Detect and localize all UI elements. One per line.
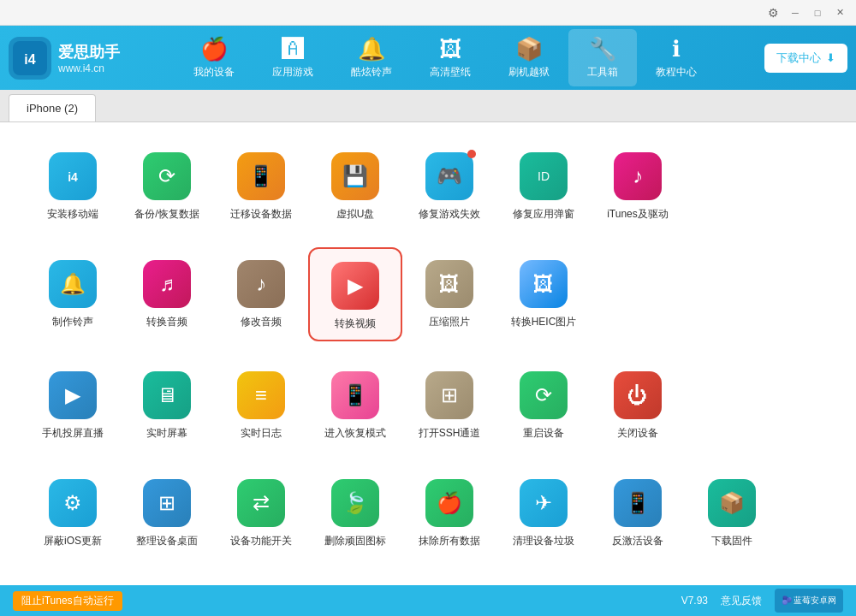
- tool-item-make-ringtone[interactable]: 🔔制作铃声: [26, 247, 120, 341]
- tool-label-edit-audio: 修改音频: [241, 315, 282, 329]
- tool-icon-download-firmware: 📦: [708, 479, 756, 527]
- tool-item-fix-popup[interactable]: ID修复应用弹窗: [496, 139, 591, 230]
- tool-icon-migrate: 📱: [237, 152, 285, 200]
- tool-item-erase-data[interactable]: 🍎抹除所有数据: [402, 466, 496, 557]
- tool-item-convert-heic[interactable]: 🖼转换HEIC图片: [496, 247, 591, 341]
- app-url: www.i4.cn: [58, 62, 120, 74]
- minimize-button[interactable]: ─: [786, 3, 805, 22]
- tool-icon-deactivate: 📱: [614, 479, 662, 527]
- maximize-button[interactable]: □: [808, 3, 827, 22]
- tools-row-0: i4安装移动端⟳备份/恢复数据📱迁移设备数据💾虚拟U盘🎮修复游戏失效ID修复应用…: [26, 139, 830, 230]
- footer-right: V7.93 意见反馈 🫐 蓝莓安卓网: [681, 589, 843, 613]
- titlebar-settings: ⚙: [768, 6, 779, 20]
- main-content: i4安装移动端⟳备份/恢复数据📱迁移设备数据💾虚拟U盘🎮修复游戏失效ID修复应用…: [0, 122, 856, 585]
- tool-icon-itunes-driver: ♪: [614, 152, 662, 200]
- stop-itunes-button[interactable]: 阻止iTunes自动运行: [13, 591, 122, 611]
- nav-tab-toolbox[interactable]: 🔧工具箱: [568, 29, 637, 86]
- device-tabbar: iPhone (2): [0, 90, 856, 122]
- tool-label-convert-video: 转换视频: [335, 317, 376, 331]
- tool-item-shutdown-device[interactable]: ⏻关闭设备: [591, 358, 685, 449]
- blueberry-logo: 🫐 蓝莓安卓网: [775, 589, 843, 613]
- tool-icon-device-functions: ⇄: [237, 479, 285, 527]
- tool-label-backup-restore: 备份/恢复数据: [134, 207, 199, 222]
- download-center-button[interactable]: 下载中心 ⬇: [764, 44, 847, 73]
- tool-item-recovery-mode[interactable]: 📱进入恢复模式: [308, 358, 402, 449]
- tool-label-make-ringtone: 制作铃声: [52, 315, 93, 329]
- tool-item-convert-video[interactable]: ▶转换视频: [308, 247, 402, 341]
- close-button[interactable]: ✕: [830, 3, 849, 22]
- tool-icon-edit-audio: ♪: [237, 260, 285, 308]
- tool-icon-convert-audio: ♬: [143, 260, 191, 308]
- tool-item-install-app[interactable]: i4安装移动端: [26, 139, 120, 230]
- titlebar: ⚙ ─ □ ✕: [0, 0, 856, 26]
- tool-item-migrate[interactable]: 📱迁移设备数据: [214, 139, 308, 230]
- tool-item-fix-game[interactable]: 🎮修复游戏失效: [402, 139, 496, 230]
- tool-item-access-limit[interactable]: 🔑访问限制: [26, 574, 120, 585]
- tool-item-clean-junk[interactable]: ✈清理设备垃圾: [496, 466, 591, 557]
- tool-item-block-ios-update[interactable]: ⚙屏蔽iOS更新: [26, 466, 120, 557]
- tool-item-edit-audio[interactable]: ♪修改音频: [214, 247, 308, 341]
- tool-item-manage-desktop[interactable]: ⊞整理设备桌面: [120, 466, 214, 557]
- tool-item-itunes-driver[interactable]: ♪iTunes及驱动: [591, 139, 685, 230]
- tool-item-screen-stream[interactable]: ▶手机投屏直播: [26, 358, 120, 449]
- tool-icon-delete-stubborn: 🍃: [331, 479, 379, 527]
- tool-item-convert-audio[interactable]: ♬转换音频: [120, 247, 214, 341]
- tool-item-open-ssh[interactable]: ⊞打开SSH通道: [402, 358, 496, 449]
- wallpaper-icon: 🖼: [439, 36, 461, 62]
- my-device-label: 我的设备: [193, 65, 235, 80]
- nav-tab-my-device[interactable]: 🍎我的设备: [175, 29, 253, 86]
- tool-icon-make-ringtone: 🔔: [49, 260, 97, 308]
- tool-label-device-functions: 设备功能开关: [230, 534, 292, 548]
- tool-item-restart-device[interactable]: ⟳重启设备: [496, 358, 591, 449]
- tool-item-virtual-udisk[interactable]: 💾虚拟U盘: [308, 139, 402, 230]
- app-game-icon: 🅰: [282, 36, 304, 62]
- svg-text:i4: i4: [24, 52, 35, 67]
- logo-area: i4 爱思助手 www.i4.cn: [9, 37, 146, 80]
- blueberry-logo-text: 🫐 蓝莓安卓网: [782, 595, 837, 607]
- tool-item-backup-restore[interactable]: ⟳备份/恢复数据: [120, 139, 214, 230]
- nav-tab-wallpaper[interactable]: 🖼高清壁纸: [411, 29, 490, 86]
- tool-item-compress-photo[interactable]: 🖼压缩照片: [402, 247, 496, 341]
- iphone-device-tab[interactable]: iPhone (2): [9, 94, 96, 121]
- tools-row-3: ⚙屏蔽iOS更新⊞整理设备桌面⇄设备功能开关🍃删除顽固图标🍎抹除所有数据✈清理设…: [26, 466, 830, 557]
- toolbox-icon: 🔧: [589, 36, 616, 62]
- tool-item-realtime-log[interactable]: ≡实时日志: [214, 358, 308, 449]
- tool-item-download-firmware[interactable]: 📦下载固件: [685, 466, 779, 557]
- logo-text: 爱思助手 www.i4.cn: [58, 42, 120, 74]
- tools-row-1: 🔔制作铃声♬转换音频♪修改音频▶转换视频🖼压缩照片🖼转换HEIC图片: [26, 247, 830, 341]
- tool-item-device-functions[interactable]: ⇄设备功能开关: [214, 466, 308, 557]
- jailbreak-icon: 📦: [515, 36, 543, 62]
- tool-label-clean-junk: 清理设备垃圾: [513, 534, 574, 548]
- tool-label-restart-device: 重启设备: [523, 426, 564, 441]
- tool-item-deactivate[interactable]: 📱反激活设备: [591, 466, 685, 557]
- tool-icon-realtime-screen: 🖥: [143, 371, 191, 419]
- wallpaper-label: 高清壁纸: [430, 65, 471, 80]
- tool-label-shutdown-device: 关闭设备: [617, 426, 658, 441]
- header: i4 爱思助手 www.i4.cn 🍎我的设备🅰应用游戏🔔酷炫铃声🖼高清壁纸📦刷…: [0, 26, 856, 90]
- nav-tab-jailbreak[interactable]: 📦刷机越狱: [490, 29, 568, 86]
- svg-text:i4: i4: [68, 170, 78, 184]
- app-name: 爱思助手: [58, 42, 120, 62]
- nav-tab-app-game[interactable]: 🅰应用游戏: [253, 29, 332, 86]
- tool-label-compress-photo: 压缩照片: [429, 315, 470, 329]
- tool-label-install-app: 安装移动端: [47, 207, 98, 222]
- tool-label-virtual-udisk: 虚拟U盘: [336, 207, 375, 222]
- tools-row-4: 🔑访问限制: [26, 574, 830, 585]
- tool-label-download-firmware: 下载固件: [711, 534, 752, 548]
- tool-icon-backup-restore: ⟳: [143, 152, 191, 200]
- nav-tab-ringtone[interactable]: 🔔酷炫铃声: [332, 29, 411, 86]
- download-label: 下载中心: [776, 50, 821, 66]
- tool-label-convert-audio: 转换音频: [146, 315, 187, 329]
- tool-label-convert-heic: 转换HEIC图片: [511, 315, 577, 329]
- tool-item-realtime-screen[interactable]: 🖥实时屏幕: [120, 358, 214, 449]
- nav-tab-tutorial[interactable]: ℹ教程中心: [637, 29, 716, 86]
- feedback-link[interactable]: 意见反馈: [721, 594, 762, 608]
- footer: 阻止iTunes自动运行 V7.93 意见反馈 🫐 蓝莓安卓网: [0, 585, 856, 616]
- tool-label-recovery-mode: 进入恢复模式: [324, 426, 386, 441]
- tool-label-delete-stubborn: 删除顽固图标: [324, 534, 386, 548]
- tool-label-realtime-log: 实时日志: [241, 426, 282, 441]
- tool-item-delete-stubborn[interactable]: 🍃删除顽固图标: [308, 466, 402, 557]
- footer-left: 阻止iTunes自动运行: [13, 591, 122, 611]
- tool-icon-shutdown-device: ⏻: [614, 371, 662, 419]
- tool-icon-clean-junk: ✈: [520, 479, 568, 527]
